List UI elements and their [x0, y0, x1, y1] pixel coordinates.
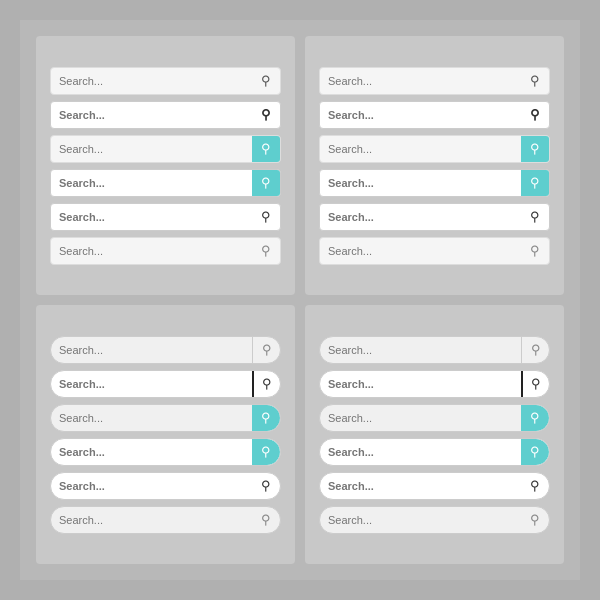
- search-button-tr-5[interactable]: ⚲: [521, 204, 549, 230]
- search-icon-br-4: ⚲: [530, 444, 540, 459]
- search-bar-rect-tr-4: ⚲: [319, 169, 550, 197]
- search-icon-tr-2: ⚲: [530, 107, 540, 122]
- search-input-bl-2[interactable]: [51, 371, 252, 397]
- search-input-tr-2[interactable]: [320, 102, 521, 128]
- search-bar-rect-tr-5: ⚲: [319, 203, 550, 231]
- search-button-bl-2[interactable]: ⚲: [252, 371, 280, 397]
- search-bar-pill-br-6: ⚲: [319, 506, 550, 534]
- search-input-br-5[interactable]: [320, 473, 521, 499]
- search-icon-bl-2: ⚲: [262, 376, 272, 391]
- search-input-bl-6[interactable]: [51, 507, 252, 533]
- search-icon-bl-5: ⚲: [261, 478, 271, 493]
- search-bar-rect-tr-2: ⚲: [319, 101, 550, 129]
- search-input-br-2[interactable]: [320, 371, 521, 397]
- search-button-br-1[interactable]: ⚲: [521, 337, 549, 363]
- search-icon-2: ⚲: [261, 107, 271, 122]
- search-icon-tr-6: ⚲: [530, 243, 540, 258]
- search-bar-rect-4: ⚲: [50, 169, 281, 197]
- search-button-bl-5[interactable]: ⚲: [252, 473, 280, 499]
- search-button-br-5[interactable]: ⚲: [521, 473, 549, 499]
- search-input-6[interactable]: [51, 238, 252, 264]
- search-input-4[interactable]: [51, 170, 252, 196]
- search-bar-pill-bl-6: ⚲: [50, 506, 281, 534]
- search-button-bl-4[interactable]: ⚲: [252, 439, 280, 465]
- search-button-2[interactable]: ⚲: [252, 102, 280, 128]
- search-bar-pill-br-1: ⚲: [319, 336, 550, 364]
- search-icon-4: ⚲: [261, 175, 271, 190]
- search-input-3[interactable]: [51, 136, 252, 162]
- search-input-br-3[interactable]: [320, 405, 521, 431]
- search-bar-pill-bl-1: ⚲: [50, 336, 281, 364]
- quadrant-top-right: ⚲ ⚲ ⚲ ⚲ ⚲ ⚲: [305, 36, 564, 295]
- search-button-tr-3[interactable]: ⚲: [521, 136, 549, 162]
- search-button-br-3[interactable]: ⚲: [521, 405, 549, 431]
- search-bar-pill-br-2: ⚲: [319, 370, 550, 398]
- search-input-1[interactable]: [51, 68, 252, 94]
- search-icon-br-3: ⚲: [530, 410, 540, 425]
- search-input-br-6[interactable]: [320, 507, 521, 533]
- search-input-bl-1[interactable]: [51, 337, 252, 363]
- search-button-4[interactable]: ⚲: [252, 170, 280, 196]
- search-bar-pill-bl-5: ⚲: [50, 472, 281, 500]
- search-bar-pill-bl-3: ⚲: [50, 404, 281, 432]
- quadrant-bottom-left: ⚲ ⚲ ⚲ ⚲ ⚲ ⚲: [36, 305, 295, 564]
- search-bar-pill-bl-4: ⚲: [50, 438, 281, 466]
- search-button-bl-6[interactable]: ⚲: [252, 507, 280, 533]
- search-icon-bl-6: ⚲: [261, 512, 271, 527]
- quadrant-bottom-right: ⚲ ⚲ ⚲ ⚲ ⚲ ⚲: [305, 305, 564, 564]
- search-bar-rect-tr-1: ⚲: [319, 67, 550, 95]
- search-icon-bl-3: ⚲: [261, 410, 271, 425]
- search-input-2[interactable]: [51, 102, 252, 128]
- search-icon-bl-4: ⚲: [261, 444, 271, 459]
- search-bar-pill-br-4: ⚲: [319, 438, 550, 466]
- search-button-tr-2[interactable]: ⚲: [521, 102, 549, 128]
- search-bar-rect-2: ⚲: [50, 101, 281, 129]
- search-input-bl-5[interactable]: [51, 473, 252, 499]
- search-icon-br-1: ⚲: [531, 342, 541, 357]
- search-button-5[interactable]: ⚲: [252, 204, 280, 230]
- quadrant-top-left: ⚲ ⚲ ⚲ ⚲ ⚲ ⚲: [36, 36, 295, 295]
- search-bar-rect-tr-6: ⚲: [319, 237, 550, 265]
- search-bar-rect-3: ⚲: [50, 135, 281, 163]
- search-icon-tr-1: ⚲: [530, 73, 540, 88]
- search-input-bl-3[interactable]: [51, 405, 252, 431]
- search-icon-3: ⚲: [261, 141, 271, 156]
- search-bar-pill-br-5: ⚲: [319, 472, 550, 500]
- search-icon-tr-4: ⚲: [530, 175, 540, 190]
- search-icon-tr-3: ⚲: [530, 141, 540, 156]
- search-button-bl-1[interactable]: ⚲: [252, 337, 280, 363]
- search-bar-rect-6: ⚲: [50, 237, 281, 265]
- search-button-br-6[interactable]: ⚲: [521, 507, 549, 533]
- search-button-tr-6[interactable]: ⚲: [521, 238, 549, 264]
- search-bar-rect-1: ⚲: [50, 67, 281, 95]
- search-button-6[interactable]: ⚲: [252, 238, 280, 264]
- search-button-1[interactable]: ⚲: [252, 68, 280, 94]
- search-input-bl-4[interactable]: [51, 439, 252, 465]
- search-icon-6: ⚲: [261, 243, 271, 258]
- search-input-5[interactable]: [51, 204, 252, 230]
- search-input-tr-4[interactable]: [320, 170, 521, 196]
- search-input-tr-6[interactable]: [320, 238, 521, 264]
- search-icon-tr-5: ⚲: [530, 209, 540, 224]
- search-bar-rect-5: ⚲: [50, 203, 281, 231]
- search-input-br-1[interactable]: [320, 337, 521, 363]
- search-icon-bl-1: ⚲: [262, 342, 272, 357]
- search-input-tr-5[interactable]: [320, 204, 521, 230]
- search-icon-br-2: ⚲: [531, 376, 541, 391]
- search-icon-br-5: ⚲: [530, 478, 540, 493]
- search-icon-br-6: ⚲: [530, 512, 540, 527]
- search-button-br-2[interactable]: ⚲: [521, 371, 549, 397]
- search-button-tr-4[interactable]: ⚲: [521, 170, 549, 196]
- search-input-br-4[interactable]: [320, 439, 521, 465]
- search-input-tr-1[interactable]: [320, 68, 521, 94]
- search-button-bl-3[interactable]: ⚲: [252, 405, 280, 431]
- search-input-tr-3[interactable]: [320, 136, 521, 162]
- search-bar-rect-tr-3: ⚲: [319, 135, 550, 163]
- search-button-3[interactable]: ⚲: [252, 136, 280, 162]
- main-container: ⚲ ⚲ ⚲ ⚲ ⚲ ⚲ ⚲ ⚲: [20, 20, 580, 580]
- search-bar-pill-bl-2: ⚲: [50, 370, 281, 398]
- search-icon-5: ⚲: [261, 209, 271, 224]
- search-button-tr-1[interactable]: ⚲: [521, 68, 549, 94]
- search-button-br-4[interactable]: ⚲: [521, 439, 549, 465]
- search-icon-1: ⚲: [261, 73, 271, 88]
